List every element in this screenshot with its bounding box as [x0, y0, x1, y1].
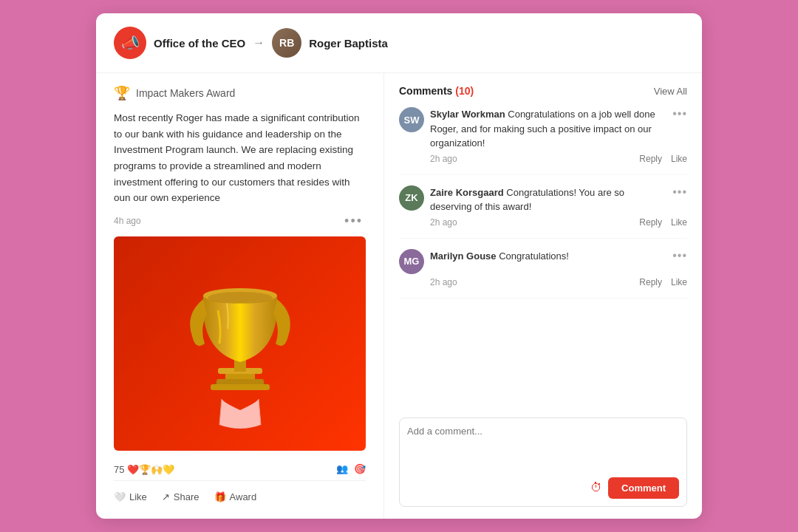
left-panel: 🏆 Impact Makers Award Most recently Roge…: [96, 73, 384, 519]
share-button[interactable]: ↗ Share: [162, 491, 200, 502]
share-label: Share: [174, 491, 200, 502]
comment-content-2: Zaire Korsgaard Congratulations! You are…: [430, 185, 666, 214]
comment-top-2: ZK Zaire Korsgaard Congratulations! You …: [399, 185, 687, 214]
reactions-bar: 75 ❤️🏆🙌💛 👥 🎯: [114, 458, 366, 481]
emoji-button[interactable]: ⏱: [590, 481, 602, 494]
comment-avatar-3: MG: [399, 249, 424, 274]
reaction-count: 75 ❤️🏆🙌💛: [114, 464, 174, 475]
from-label: Office of the CEO: [154, 37, 245, 50]
award-text: Impact Makers Award: [136, 87, 235, 99]
post-time: 4h ago: [114, 216, 141, 226]
reaction-count-area: 75 ❤️🏆🙌💛: [114, 463, 174, 476]
reaction-icons: 👥 🎯: [336, 463, 366, 474]
reply-button-2[interactable]: Reply: [639, 217, 662, 228]
comment-author-1: Skylar Workman: [430, 109, 505, 120]
recipient-avatar: RB: [272, 28, 301, 58]
comment-author-3: Marilyn Gouse: [430, 250, 497, 262]
actions-bar: 🤍 Like ↗ Share 🎁 Award: [114, 487, 366, 507]
comment-input[interactable]: [407, 426, 679, 470]
to-label: Roger Baptista: [309, 37, 388, 50]
like-button-3[interactable]: Like: [671, 277, 687, 287]
comment-top-3: MG Marilyn Gouse Congratulations! •••: [399, 249, 687, 274]
trophy-svg: [181, 255, 299, 432]
comment-author-2: Zaire Korsgaard: [430, 187, 504, 198]
comment-item-2: ZK Zaire Korsgaard Congratulations! You …: [399, 185, 687, 239]
post-meta: 4h ago •••: [114, 214, 366, 229]
office-icon: 📣: [114, 27, 146, 59]
comments-header: Comments (10) View All: [399, 85, 687, 97]
comment-more-2[interactable]: •••: [672, 185, 687, 199]
avatar-initials: RB: [272, 28, 301, 58]
comment-more-1[interactable]: •••: [672, 107, 687, 120]
comment-actions-1: 2h ago Reply Like: [399, 154, 687, 164]
comment-content-3: Marilyn Gouse Congratulations!: [430, 249, 666, 264]
like-button-1[interactable]: Like: [671, 154, 687, 164]
svg-rect-7: [211, 384, 270, 390]
award-label: 🏆 Impact Makers Award: [114, 85, 366, 101]
participants-icon: 👥: [336, 463, 348, 474]
comment-time-1: 2h ago: [430, 154, 457, 164]
award-button[interactable]: 🎁 Award: [214, 491, 257, 502]
comment-input-area: ⏱ Comment: [399, 417, 687, 507]
comment-text-2: Zaire Korsgaard Congratulations! You are…: [430, 187, 624, 213]
comment-btns-3: Reply Like: [639, 277, 687, 287]
view-all-button[interactable]: View All: [654, 86, 687, 97]
post-body: Most recently Roger has made a significa…: [114, 110, 366, 206]
arrow-icon: →: [253, 36, 265, 50]
trophy-image: [114, 236, 366, 451]
comment-text-1: Skylar Workman Congratulations on a job …: [430, 109, 655, 149]
award-label: Award: [230, 491, 257, 502]
comments-count: (10): [455, 85, 474, 97]
comment-content-1: Skylar Workman Congratulations on a job …: [430, 107, 666, 151]
like-button-2[interactable]: Like: [671, 217, 687, 228]
comment-item: SW Skylar Workman Congratulations on a j…: [399, 107, 687, 175]
comment-btns-2: Reply Like: [639, 217, 687, 228]
post-more-button[interactable]: •••: [341, 214, 366, 229]
card-body: 🏆 Impact Makers Award Most recently Roge…: [96, 73, 702, 519]
award-icon: 🎁: [214, 491, 226, 502]
right-panel: Comments (10) View All SW Skylar Workman…: [384, 73, 702, 519]
trophy-icon: 🏆: [114, 85, 130, 101]
comments-title: Comments (10): [399, 85, 474, 97]
post-card: 📣 Office of the CEO → RB Roger Baptista …: [96, 13, 702, 519]
comment-time-3: 2h ago: [430, 277, 457, 287]
comment-item-3: MG Marilyn Gouse Congratulations! ••• 2h…: [399, 249, 687, 299]
comment-top-1: SW Skylar Workman Congratulations on a j…: [399, 107, 687, 151]
comment-actions-3: 2h ago Reply Like: [399, 277, 687, 287]
comment-avatar-1: SW: [399, 107, 424, 132]
comment-more-3[interactable]: •••: [672, 249, 687, 262]
comment-actions-2: 2h ago Reply Like: [399, 217, 687, 228]
like-button[interactable]: 🤍 Like: [114, 491, 147, 502]
card-header: 📣 Office of the CEO → RB Roger Baptista: [96, 13, 702, 73]
svg-point-5: [208, 292, 273, 304]
target-icon: 🎯: [354, 463, 366, 474]
comment-btns-1: Reply Like: [639, 154, 687, 164]
share-icon: ↗: [162, 491, 170, 502]
like-label: Like: [129, 491, 147, 502]
reply-button-1[interactable]: Reply: [639, 154, 662, 164]
heart-icon: 🤍: [114, 491, 126, 502]
megaphone-icon: 📣: [121, 34, 140, 52]
comment-time-2: 2h ago: [430, 217, 457, 228]
submit-comment-button[interactable]: Comment: [608, 477, 679, 499]
comment-text-3: Marilyn Gouse Congratulations!: [430, 250, 569, 262]
comment-input-footer: ⏱ Comment: [407, 477, 679, 499]
reply-button-3[interactable]: Reply: [639, 277, 662, 287]
comment-avatar-2: ZK: [399, 185, 424, 211]
